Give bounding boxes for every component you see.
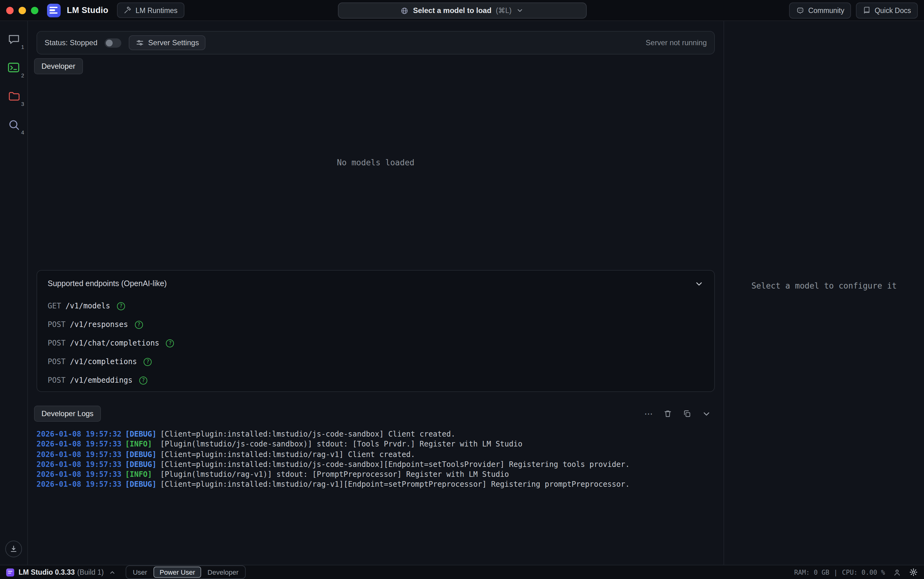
- search-icon: [7, 118, 20, 131]
- user-mode-switcher: User Power User Developer: [125, 565, 246, 579]
- no-models-loaded-text: No models loaded: [28, 158, 724, 167]
- log-timestamp: 2026-01-08 19:57:33: [36, 460, 122, 470]
- developer-logs-header: Developer Logs ⋯: [34, 406, 711, 422]
- model-loader-label: Select a model to load: [413, 6, 491, 15]
- sidebar-item-discover[interactable]: 4: [4, 115, 23, 134]
- ram-usage: RAM: 0 GB: [794, 569, 829, 576]
- window-controls: [6, 7, 38, 14]
- log-line: 2026-01-08 19:57:33[INFO][Plugin(lmstudi…: [36, 439, 721, 450]
- log-line: 2026-01-08 19:57:33[DEBUG][Client=plugin…: [36, 449, 721, 460]
- tab-developer-logs[interactable]: Developer Logs: [34, 406, 101, 422]
- endpoint-method: POST: [48, 320, 65, 329]
- log-timestamp: 2026-01-08 19:57:33: [36, 449, 122, 460]
- sliders-icon: [136, 38, 145, 47]
- server-settings-label: Server Settings: [148, 38, 199, 47]
- help-icon[interactable]: ?: [117, 302, 125, 310]
- sidebar-item-my-models[interactable]: 3: [4, 87, 23, 105]
- lm-runtimes-button[interactable]: LM Runtimes: [117, 2, 184, 18]
- endpoints-title: Supported endpoints (OpenAI-like): [48, 279, 167, 288]
- app-title: LM Studio: [67, 6, 108, 15]
- log-level: [DEBUG]: [125, 479, 156, 490]
- sidebar-badge: 4: [21, 129, 24, 136]
- topbar-right: Community Quick Docs: [789, 2, 918, 18]
- mode-developer-button[interactable]: Developer: [202, 567, 245, 578]
- quick-docs-button[interactable]: Quick Docs: [856, 2, 918, 18]
- log-message: [Client=plugin:installed:lmstudio/rag-v1…: [160, 449, 415, 460]
- log-timestamp: 2026-01-08 19:57:33: [36, 479, 122, 490]
- app-build: (Build 1): [77, 569, 104, 576]
- endpoint-method: POST: [48, 376, 65, 384]
- chat-icon: [7, 33, 20, 46]
- log-timestamp: 2026-01-08 19:57:33: [36, 439, 122, 450]
- server-toggle[interactable]: [105, 38, 122, 47]
- log-line: 2026-01-08 19:57:33[DEBUG][Client=plugin…: [36, 479, 721, 490]
- zoom-window-button[interactable]: [31, 7, 38, 14]
- quick-docs-label: Quick Docs: [875, 7, 911, 14]
- community-label: Community: [808, 7, 844, 14]
- minimize-window-button[interactable]: [19, 7, 26, 14]
- gear-icon[interactable]: [909, 568, 918, 577]
- model-config-panel: Select a model to configure it: [724, 21, 924, 565]
- log-line: 2026-01-08 19:57:32[DEBUG][Client=plugin…: [36, 429, 721, 439]
- status-bar: LM Studio 0.3.33 (Build 1) User Power Us…: [0, 565, 924, 579]
- endpoint-method: POST: [48, 357, 65, 366]
- help-icon[interactable]: ?: [166, 339, 174, 347]
- log-message: [Plugin(lmstudio/rag-v1)] stdout: [Promp…: [160, 469, 509, 479]
- endpoint-path: /v1/responses: [70, 320, 128, 329]
- log-timestamp: 2026-01-08 19:57:32: [36, 429, 122, 439]
- terminal-icon: [7, 61, 20, 74]
- log-level: [DEBUG]: [125, 460, 156, 470]
- log-timestamp: 2026-01-08 19:57:33: [36, 469, 122, 479]
- model-icon: [401, 7, 409, 15]
- community-button[interactable]: Community: [789, 2, 851, 18]
- download-icon: [9, 544, 18, 554]
- endpoint-path: /v1/completions: [70, 357, 137, 366]
- sidebar: 1 2 3 4: [0, 21, 28, 565]
- user-icon[interactable]: [893, 568, 901, 576]
- help-icon[interactable]: ?: [135, 321, 143, 329]
- endpoints-header[interactable]: Supported endpoints (OpenAI-like): [37, 271, 714, 297]
- sidebar-item-chat[interactable]: 1: [4, 30, 23, 48]
- downloads-button[interactable]: [5, 541, 22, 557]
- model-loader-button[interactable]: Select a model to load (⌘L): [337, 2, 587, 19]
- server-status-bar: Status: Stopped Server Settings Server n…: [36, 31, 715, 54]
- chevron-up-icon[interactable]: [109, 569, 116, 576]
- mode-user-button[interactable]: User: [127, 567, 153, 578]
- chevron-down-icon[interactable]: [694, 279, 704, 288]
- help-icon[interactable]: ?: [139, 376, 147, 384]
- endpoint-path: /v1/embeddings: [70, 376, 132, 384]
- endpoint-path: /v1/chat/completions: [70, 339, 160, 347]
- config-placeholder-text: Select a model to configure it: [724, 281, 924, 290]
- supported-endpoints-panel: Supported endpoints (OpenAI-like) GET /v…: [36, 270, 715, 392]
- lmstudio-logo: [47, 3, 61, 17]
- runtimes-icon: [124, 6, 132, 14]
- more-options-icon[interactable]: ⋯: [644, 409, 653, 419]
- mode-power-user-button[interactable]: Power User: [153, 567, 202, 578]
- app-window: LM Studio LM Runtimes Select a model to …: [0, 0, 924, 579]
- log-line: 2026-01-08 19:57:33[INFO][Plugin(lmstudi…: [36, 469, 721, 479]
- book-icon: [863, 6, 871, 14]
- endpoint-row: POST /v1/completions ?: [37, 352, 714, 371]
- top-bar: LM Studio LM Runtimes Select a model to …: [0, 0, 924, 21]
- server-status-label: Status: Stopped: [44, 38, 98, 47]
- log-message: [Client=plugin:installed:lmstudio/js-cod…: [160, 429, 456, 439]
- sidebar-badge: 2: [21, 72, 24, 79]
- trash-icon[interactable]: [663, 409, 672, 418]
- toggle-knob: [106, 39, 113, 46]
- endpoint-method: POST: [48, 339, 65, 347]
- runtimes-label: LM Runtimes: [135, 7, 178, 14]
- sidebar-item-developer[interactable]: 2: [4, 58, 23, 77]
- endpoint-row: GET /v1/models ?: [37, 297, 714, 315]
- chevron-down-icon[interactable]: [702, 409, 711, 418]
- copy-icon[interactable]: [683, 409, 691, 418]
- metrics-divider: |: [834, 569, 838, 576]
- server-settings-button[interactable]: Server Settings: [129, 35, 206, 50]
- endpoint-path: /v1/models: [65, 302, 110, 310]
- log-message: [Client=plugin:installed:lmstudio/rag-v1…: [160, 479, 630, 490]
- close-window-button[interactable]: [6, 7, 14, 14]
- endpoint-row: POST /v1/responses ?: [37, 315, 714, 334]
- help-icon[interactable]: ?: [144, 358, 152, 366]
- tab-developer[interactable]: Developer: [34, 58, 83, 74]
- sidebar-badge: 1: [21, 44, 24, 50]
- endpoint-row: POST /v1/chat/completions ?: [37, 334, 714, 352]
